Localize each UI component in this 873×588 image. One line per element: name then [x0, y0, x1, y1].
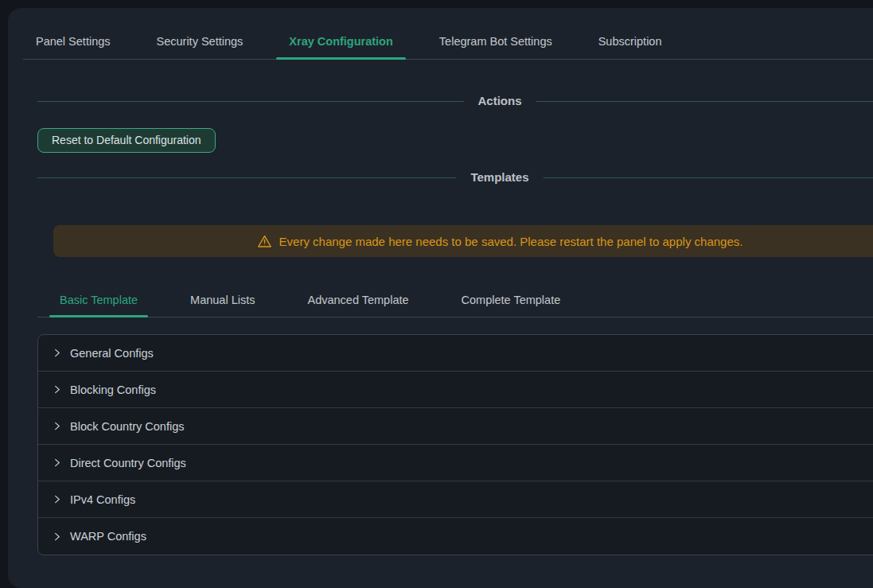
tab-subscription[interactable]: Subscription [586, 33, 675, 59]
collapse-header-label: IPv4 Configs [70, 493, 135, 506]
templates-divider-label: Templates [456, 169, 543, 186]
chevron-right-icon [53, 349, 61, 357]
restart-warning-text: Every change made here needs to be saved… [279, 235, 743, 248]
collapse-header-label: WARP Configs [70, 530, 146, 543]
tab-telegram-bot-settings[interactable]: Telegram Bot Settings [427, 33, 565, 59]
chevron-right-icon [53, 422, 61, 430]
tab-xray-configuration[interactable]: Xray Configuration [276, 33, 406, 59]
collapse-header-direct-country-configs[interactable]: Direct Country Configs [38, 445, 873, 481]
collapse-header-blocking-configs[interactable]: Blocking Configs [38, 372, 873, 408]
actions-divider: Actions [37, 92, 873, 110]
collapse-header-block-country-configs[interactable]: Block Country Configs [38, 408, 873, 445]
tab-complete-template[interactable]: Complete Template [451, 291, 571, 317]
collapse-header-label: Block Country Configs [70, 420, 184, 433]
warning-triangle-icon [257, 234, 272, 249]
reset-to-default-button[interactable]: Reset to Default Configuration [37, 128, 216, 153]
chevron-right-icon [53, 458, 61, 467]
tab-advanced-template[interactable]: Advanced Template [297, 291, 419, 317]
restart-warning-alert: Every change made here needs to be saved… [53, 225, 873, 257]
tab-basic-template[interactable]: Basic Template [49, 291, 148, 317]
collapse-header-label: Blocking Configs [70, 384, 156, 396]
template-tab-bar: Basic Template Manual Lists Advanced Tem… [37, 286, 873, 317]
tab-manual-lists[interactable]: Manual Lists [180, 291, 265, 317]
templates-divider: Templates [37, 169, 873, 186]
chevron-right-icon [53, 385, 61, 394]
collapse-header-label: General Configs [70, 347, 154, 360]
collapse-header-warp-configs[interactable]: WARP Configs [38, 518, 873, 555]
chevron-right-icon [53, 495, 61, 504]
chevron-right-icon [53, 532, 61, 541]
collapse-header-ipv4-configs[interactable]: IPv4 Configs [38, 481, 873, 518]
main-tab-bar: Panel Settings Security Settings Xray Co… [23, 8, 873, 60]
collapse-header-general-configs[interactable]: General Configs [38, 335, 873, 372]
settings-card: Panel Settings Security Settings Xray Co… [8, 8, 873, 588]
config-collapse-list: General Configs Blocking Configs Block C… [37, 334, 873, 555]
collapse-header-label: Direct Country Configs [70, 457, 186, 469]
tab-security-settings[interactable]: Security Settings [144, 33, 256, 59]
tab-panel-settings[interactable]: Panel Settings [23, 33, 123, 59]
actions-divider-label: Actions [464, 92, 536, 110]
